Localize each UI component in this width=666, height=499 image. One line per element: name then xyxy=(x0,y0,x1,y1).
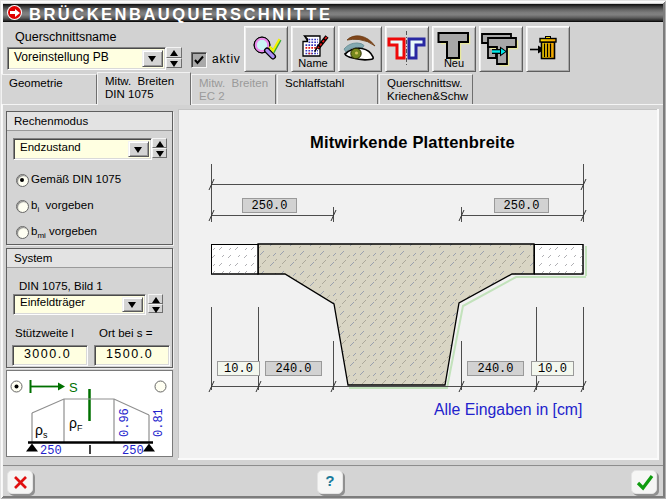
svg-text:0.81: 0.81 xyxy=(152,408,166,437)
svg-text:250: 250 xyxy=(122,444,144,456)
svg-text:0.96: 0.96 xyxy=(118,408,132,437)
svg-text:S: S xyxy=(69,380,78,395)
svg-text:ρs: ρs xyxy=(35,422,48,440)
svg-text:250: 250 xyxy=(40,444,62,456)
svg-text:ρF: ρF xyxy=(69,415,83,433)
